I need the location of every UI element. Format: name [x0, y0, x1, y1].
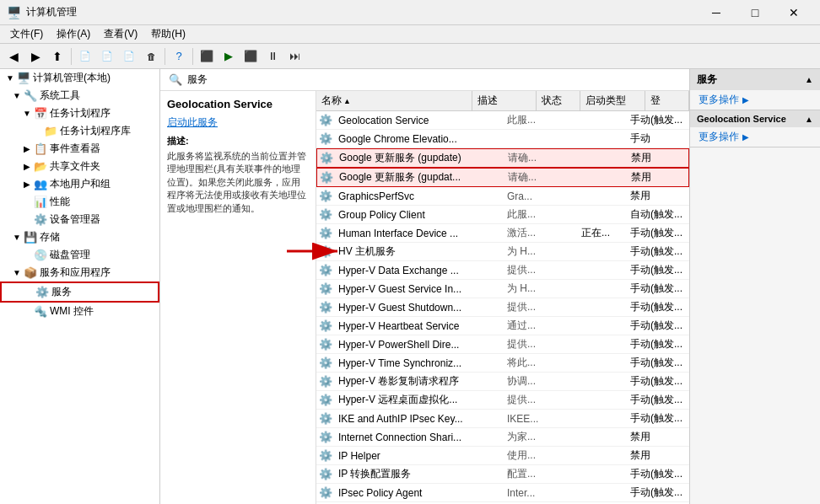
tree-item-devmgr[interactable]: ▶ ⚙️ 设备管理器 — [0, 211, 159, 228]
col-login-label: 登 — [650, 94, 661, 108]
service-desc: 通过... — [504, 318, 578, 334]
tree-item-svcapps[interactable]: ▼ 📦 服务和应用程序 — [0, 264, 159, 281]
toolbar-back[interactable]: ◀ — [3, 46, 24, 67]
table-row[interactable]: ⚙️ Hyper-V 卷影复制请求程序 协调... 手动(触发... 本 — [316, 373, 689, 391]
service-desc: 请确... — [504, 169, 579, 185]
service-icon: ⚙️ — [316, 449, 335, 462]
service-icon: ⚙️ — [316, 431, 335, 443]
table-row[interactable]: ⚙️ Hyper-V PowerShell Dire... 提供... 手动(触… — [316, 335, 689, 354]
service-desc: 为 H... — [504, 244, 578, 260]
table-row[interactable]: ⚙️ Internet Connection Shari... 为家... 禁用… — [316, 428, 689, 447]
service-icon: ⚙️ — [316, 338, 335, 351]
toolbar-up[interactable]: ⬆ — [47, 46, 67, 67]
menu-view[interactable]: 查看(V) — [97, 25, 144, 43]
toolbar-skip[interactable]: ⏭ — [284, 46, 305, 67]
tree-item-diskmgr[interactable]: ▶ 💿 磁盘管理 — [0, 246, 159, 264]
right-action-more2[interactable]: 更多操作 ▶ — [690, 127, 820, 147]
services-list[interactable]: ⚙️ Geolocation Service 此服... 手动(触发... 本 … — [316, 111, 689, 504]
service-icon: ⚙️ — [316, 114, 335, 126]
service-status — [578, 270, 627, 271]
table-row[interactable]: ⚙️ IPsec Policy Agent Inter... 手动(触发... … — [316, 484, 689, 502]
service-name: HV 主机服务 — [335, 244, 504, 260]
toolbar-pause[interactable]: ⏸ — [262, 46, 283, 67]
tree-item-event[interactable]: ▶ 📋 事件查看器 — [0, 140, 159, 158]
table-row[interactable]: ⚙️ Google 更新服务 (gupdat... 请确... 禁用 本 — [316, 168, 689, 187]
table-row[interactable]: ⚙️ Group Policy Client 此服... 自动(触发... 本 — [316, 206, 689, 224]
tree-item-tasklib[interactable]: ▶ 📁 任务计划程序库 — [0, 122, 159, 140]
table-row[interactable]: ⚙️ Geolocation Service 此服... 手动(触发... 本 — [316, 111, 689, 130]
col-header-login[interactable]: 登 — [645, 91, 689, 110]
table-row[interactable]: ⚙️ Google Chrome Elevatio... 手动 本 — [316, 130, 689, 148]
col-header-status[interactable]: 状态 — [537, 91, 580, 110]
desc-label: 描述: — [167, 135, 309, 147]
tree-item-users[interactable]: ▶ 👥 本地用户和组 — [0, 175, 159, 193]
more-action-arrow2: ▶ — [742, 132, 749, 142]
maximize-button[interactable]: □ — [736, 0, 774, 25]
search-bar: 🔍 服务 — [160, 69, 689, 91]
service-icon: ⚙️ — [316, 190, 335, 202]
table-row[interactable]: ⚙️ Google 更新服务 (gupdate) 请确... 禁用 本 — [316, 148, 689, 168]
right-action-more1[interactable]: 更多操作 ▶ — [690, 90, 820, 110]
tree-item-root[interactable]: ▼ 🖥️ 计算机管理(本地) — [0, 69, 159, 87]
service-desc: 协调... — [504, 373, 578, 389]
service-name: Google 更新服务 (gupdat... — [336, 169, 504, 185]
toolbar-forward[interactable]: ▶ — [25, 46, 46, 67]
close-button[interactable]: ✕ — [774, 0, 813, 25]
selected-service-title: Geolocation Service — [167, 98, 309, 110]
tree-item-sys[interactable]: ▼ 🔧 系统工具 — [0, 87, 159, 105]
col-header-name[interactable]: 名称 ▲ — [316, 91, 472, 110]
service-status — [578, 251, 627, 253]
table-row[interactable]: ⚙️ Hyper-V Guest Service In... 为 H... 手动… — [316, 280, 689, 298]
center-panel: 🔍 服务 Geolocation Service 启动此服务 描述: 此服务将监… — [160, 69, 689, 504]
toolbar-item4[interactable]: 🗑 — [141, 46, 161, 67]
col-header-desc[interactable]: 描述 — [472, 91, 537, 110]
table-row[interactable]: ⚙️ Human Interface Device ... 激活... 正在..… — [316, 224, 689, 243]
toolbar-stop[interactable]: ⬛ — [197, 46, 217, 67]
table-row[interactable]: ⚙️ Hyper-V Heartbeat Service 通过... 手动(触发… — [316, 317, 689, 335]
left-detail-panel: Geolocation Service 启动此服务 描述: 此服务将监视系统的当… — [160, 91, 316, 504]
table-row[interactable]: ⚙️ GraphicsPerfSvc Gra... 禁用 本 — [316, 187, 689, 206]
service-name: Hyper-V Guest Service In... — [335, 282, 504, 296]
expand-arrow-tasklib: ▶ — [30, 126, 44, 136]
toolbar-show-hide[interactable]: 📄 — [75, 46, 95, 67]
toolbar-item2[interactable]: 📄 — [97, 46, 117, 67]
toolbar-play[interactable]: ▶ — [218, 46, 239, 67]
menu-help[interactable]: 帮助(H) — [144, 25, 192, 43]
table-row[interactable]: ⚙️ HV 主机服务 为 H... 手动(触发... 本 — [316, 243, 689, 261]
toolbar-item3[interactable]: 📄 — [119, 46, 139, 67]
menu-action[interactable]: 操作(A) — [50, 25, 97, 43]
service-desc: 提供... — [504, 336, 578, 352]
right-section-geo-title: Geolocation Service ▲ — [690, 110, 820, 127]
table-row[interactable]: ⚙️ Hyper-V 远程桌面虚拟化... 提供... 手动(触发... 本 — [316, 391, 689, 410]
table-row[interactable]: ⚙️ IP Helper 使用... 禁用 本 — [316, 447, 689, 465]
toolbar-stop2[interactable]: ⬛ — [240, 46, 261, 67]
service-icon: ⚙️ — [316, 357, 335, 369]
col-header-startup[interactable]: 启动类型 — [580, 91, 645, 110]
tree-item-task[interactable]: ▼ 📅 任务计划程序 — [0, 105, 159, 122]
perf-icon: 📊 — [34, 196, 47, 208]
table-row[interactable]: ⚙️ IKE and AuthIP IPsec Key... IKEE... 手… — [316, 410, 689, 428]
start-service-link[interactable]: 启动此服务 — [167, 116, 218, 128]
tree-item-services[interactable]: ▶ ⚙️ 服务 — [0, 281, 159, 303]
col-startup-label: 启动类型 — [585, 94, 626, 108]
table-row[interactable]: ⚙️ Hyper-V Data Exchange ... 提供... 手动(触发… — [316, 261, 689, 280]
table-row[interactable]: ⚙️ Hyper-V Guest Shutdown... 提供... 手动(触发… — [316, 298, 689, 317]
service-desc: 提供... — [504, 299, 578, 315]
tree-label-wmi: WMI 控件 — [50, 304, 94, 319]
service-startup: 手动(触发... — [627, 410, 689, 426]
tree-item-wmi[interactable]: ▶ 🔩 WMI 控件 — [0, 303, 159, 320]
diskmgr-icon: 💿 — [34, 249, 47, 261]
tree-item-perf[interactable]: ▶ 📊 性能 — [0, 193, 159, 211]
tree-item-shared[interactable]: ▶ 📂 共享文件夹 — [0, 158, 159, 175]
tree-item-storage[interactable]: ▼ 💾 存储 — [0, 228, 159, 246]
toolbar-help[interactable]: ? — [169, 46, 189, 67]
service-startup: 手动(触发... — [627, 392, 689, 408]
table-row[interactable]: ⚙️ IP 转换配置服务 配置... 手动(触发... 本 — [316, 465, 689, 484]
minimize-button[interactable]: ─ — [697, 0, 736, 25]
service-name: Google Chrome Elevatio... — [335, 132, 504, 146]
table-row[interactable]: ⚙️ Hyper-V Time Synchroniz... 将此... 手动(触… — [316, 354, 689, 373]
service-status — [578, 381, 627, 383]
right-section-geo: Geolocation Service ▲ 更多操作 ▶ — [690, 110, 820, 147]
service-status — [578, 196, 627, 197]
menu-file[interactable]: 文件(F) — [3, 25, 50, 43]
